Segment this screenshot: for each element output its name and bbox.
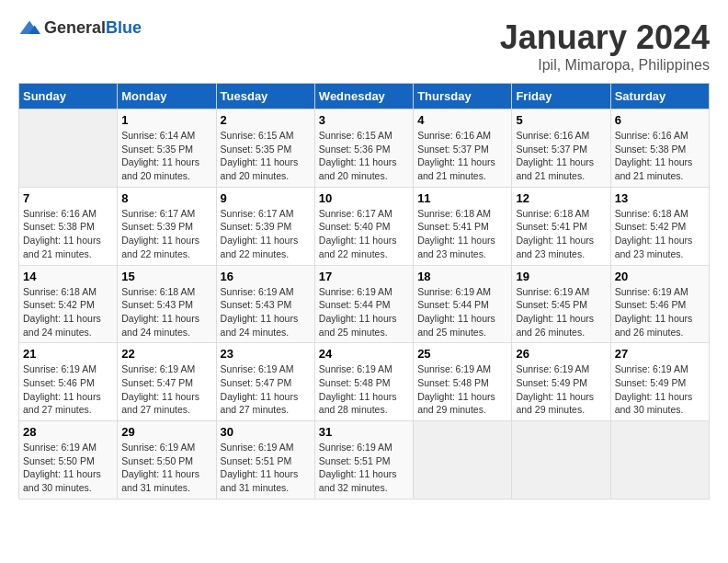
calendar-body: 1Sunrise: 6:14 AMSunset: 5:35 PMDaylight… <box>19 109 710 500</box>
calendar-cell: 13Sunrise: 6:18 AMSunset: 5:42 PMDayligh… <box>610 187 709 265</box>
day-of-week-header: Saturday <box>610 84 709 109</box>
day-info: Sunrise: 6:14 AMSunset: 5:35 PMDaylight:… <box>121 129 211 183</box>
logo: GeneralBlue <box>18 18 142 38</box>
day-of-week-header: Sunday <box>19 84 118 109</box>
calendar-cell: 11Sunrise: 6:18 AMSunset: 5:41 PMDayligh… <box>414 187 512 265</box>
day-info: Sunrise: 6:18 AMSunset: 5:41 PMDaylight:… <box>417 207 507 261</box>
calendar-cell: 16Sunrise: 6:19 AMSunset: 5:43 PMDayligh… <box>216 265 314 343</box>
title-area: January 2024 Ipil, Mimaropa, Philippines <box>500 18 710 74</box>
calendar-cell: 23Sunrise: 6:19 AMSunset: 5:47 PMDayligh… <box>216 343 314 421</box>
day-info: Sunrise: 6:18 AMSunset: 5:43 PMDaylight:… <box>121 285 211 339</box>
day-info: Sunrise: 6:17 AMSunset: 5:40 PMDaylight:… <box>319 207 409 261</box>
day-number: 19 <box>516 270 606 283</box>
day-number: 15 <box>121 270 211 283</box>
logo-general-text: General <box>44 18 106 37</box>
calendar-week-row: 14Sunrise: 6:18 AMSunset: 5:42 PMDayligh… <box>19 265 710 343</box>
day-of-week-header: Wednesday <box>314 84 413 109</box>
day-number: 7 <box>23 191 113 205</box>
day-info: Sunrise: 6:18 AMSunset: 5:41 PMDaylight:… <box>516 207 606 261</box>
day-of-week-header: Monday <box>118 84 216 109</box>
calendar-header: SundayMondayTuesdayWednesdayThursdayFrid… <box>19 84 710 109</box>
day-number: 6 <box>615 113 705 127</box>
calendar-cell <box>19 109 118 188</box>
day-number: 1 <box>121 113 211 127</box>
calendar-cell: 9Sunrise: 6:17 AMSunset: 5:39 PMDaylight… <box>216 187 314 265</box>
calendar-cell: 12Sunrise: 6:18 AMSunset: 5:41 PMDayligh… <box>512 187 610 265</box>
calendar-cell: 26Sunrise: 6:19 AMSunset: 5:49 PMDayligh… <box>512 343 610 421</box>
day-info: Sunrise: 6:19 AMSunset: 5:48 PMDaylight:… <box>417 362 507 417</box>
day-number: 28 <box>23 425 113 439</box>
calendar-cell: 18Sunrise: 6:19 AMSunset: 5:44 PMDayligh… <box>414 265 512 343</box>
calendar-cell: 7Sunrise: 6:16 AMSunset: 5:38 PMDaylight… <box>19 187 118 265</box>
day-number: 23 <box>221 347 311 361</box>
calendar-week-row: 1Sunrise: 6:14 AMSunset: 5:35 PMDaylight… <box>19 109 710 188</box>
day-info: Sunrise: 6:16 AMSunset: 5:37 PMDaylight:… <box>417 129 507 183</box>
day-info: Sunrise: 6:16 AMSunset: 5:38 PMDaylight:… <box>615 129 705 183</box>
day-info: Sunrise: 6:19 AMSunset: 5:50 PMDaylight:… <box>121 441 211 495</box>
day-info: Sunrise: 6:17 AMSunset: 5:39 PMDaylight:… <box>221 207 311 261</box>
day-number: 27 <box>615 347 705 361</box>
calendar-cell: 1Sunrise: 6:14 AMSunset: 5:35 PMDaylight… <box>118 109 216 188</box>
day-number: 20 <box>615 270 705 283</box>
day-info: Sunrise: 6:19 AMSunset: 5:51 PMDaylight:… <box>319 441 409 495</box>
day-info: Sunrise: 6:18 AMSunset: 5:42 PMDaylight:… <box>23 285 113 339</box>
day-info: Sunrise: 6:19 AMSunset: 5:48 PMDaylight:… <box>319 362 409 417</box>
day-info: Sunrise: 6:17 AMSunset: 5:39 PMDaylight:… <box>121 207 211 261</box>
day-of-week-header: Tuesday <box>216 84 314 109</box>
calendar-cell: 14Sunrise: 6:18 AMSunset: 5:42 PMDayligh… <box>19 265 118 343</box>
day-number: 2 <box>221 113 311 127</box>
page-subtitle: Ipil, Mimaropa, Philippines <box>500 57 710 74</box>
day-info: Sunrise: 6:19 AMSunset: 5:44 PMDaylight:… <box>417 285 507 339</box>
calendar-week-row: 28Sunrise: 6:19 AMSunset: 5:50 PMDayligh… <box>19 421 710 500</box>
day-number: 26 <box>516 347 606 361</box>
day-number: 13 <box>615 191 705 205</box>
day-info: Sunrise: 6:19 AMSunset: 5:51 PMDaylight:… <box>221 441 311 495</box>
day-number: 8 <box>121 191 211 205</box>
calendar-cell <box>512 421 610 500</box>
calendar-cell: 3Sunrise: 6:15 AMSunset: 5:36 PMDaylight… <box>314 109 413 188</box>
day-number: 18 <box>417 270 507 283</box>
calendar-cell: 19Sunrise: 6:19 AMSunset: 5:45 PMDayligh… <box>512 265 610 343</box>
day-info: Sunrise: 6:16 AMSunset: 5:38 PMDaylight:… <box>23 207 113 261</box>
day-info: Sunrise: 6:15 AMSunset: 5:35 PMDaylight:… <box>221 129 311 183</box>
calendar-cell <box>414 421 512 500</box>
calendar-cell: 10Sunrise: 6:17 AMSunset: 5:40 PMDayligh… <box>314 187 413 265</box>
day-number: 25 <box>417 347 507 361</box>
day-of-week-header: Thursday <box>414 84 512 109</box>
day-info: Sunrise: 6:19 AMSunset: 5:47 PMDaylight:… <box>121 362 211 417</box>
day-number: 16 <box>221 270 311 283</box>
calendar-cell: 5Sunrise: 6:16 AMSunset: 5:37 PMDaylight… <box>512 109 610 188</box>
calendar-week-row: 7Sunrise: 6:16 AMSunset: 5:38 PMDaylight… <box>19 187 710 265</box>
day-number: 5 <box>516 113 606 127</box>
day-number: 9 <box>221 191 311 205</box>
logo-icon <box>18 19 40 38</box>
day-number: 24 <box>319 347 409 361</box>
day-number: 3 <box>319 113 409 127</box>
calendar-cell: 22Sunrise: 6:19 AMSunset: 5:47 PMDayligh… <box>118 343 216 421</box>
day-info: Sunrise: 6:19 AMSunset: 5:47 PMDaylight:… <box>221 362 311 417</box>
day-number: 10 <box>319 191 409 205</box>
calendar-cell: 17Sunrise: 6:19 AMSunset: 5:44 PMDayligh… <box>314 265 413 343</box>
day-number: 14 <box>23 270 113 283</box>
day-number: 30 <box>221 425 311 439</box>
calendar-cell: 6Sunrise: 6:16 AMSunset: 5:38 PMDaylight… <box>610 109 709 188</box>
day-info: Sunrise: 6:19 AMSunset: 5:46 PMDaylight:… <box>615 285 705 339</box>
calendar-cell: 29Sunrise: 6:19 AMSunset: 5:50 PMDayligh… <box>118 421 216 500</box>
calendar-cell <box>610 421 709 500</box>
day-info: Sunrise: 6:19 AMSunset: 5:44 PMDaylight:… <box>319 285 409 339</box>
day-info: Sunrise: 6:19 AMSunset: 5:43 PMDaylight:… <box>221 285 311 339</box>
calendar-cell: 8Sunrise: 6:17 AMSunset: 5:39 PMDaylight… <box>118 187 216 265</box>
day-number: 21 <box>23 347 113 361</box>
day-number: 31 <box>319 425 409 439</box>
day-of-week-header: Friday <box>512 84 610 109</box>
calendar-cell: 4Sunrise: 6:16 AMSunset: 5:37 PMDaylight… <box>414 109 512 188</box>
day-info: Sunrise: 6:16 AMSunset: 5:37 PMDaylight:… <box>516 129 606 183</box>
day-info: Sunrise: 6:19 AMSunset: 5:45 PMDaylight:… <box>516 285 606 339</box>
days-of-week-row: SundayMondayTuesdayWednesdayThursdayFrid… <box>19 84 710 109</box>
calendar-cell: 2Sunrise: 6:15 AMSunset: 5:35 PMDaylight… <box>216 109 314 188</box>
calendar-cell: 31Sunrise: 6:19 AMSunset: 5:51 PMDayligh… <box>314 421 413 500</box>
day-number: 22 <box>121 347 211 361</box>
calendar-cell: 28Sunrise: 6:19 AMSunset: 5:50 PMDayligh… <box>19 421 118 500</box>
calendar-cell: 21Sunrise: 6:19 AMSunset: 5:46 PMDayligh… <box>19 343 118 421</box>
header: GeneralBlue January 2024 Ipil, Mimaropa,… <box>18 18 710 74</box>
